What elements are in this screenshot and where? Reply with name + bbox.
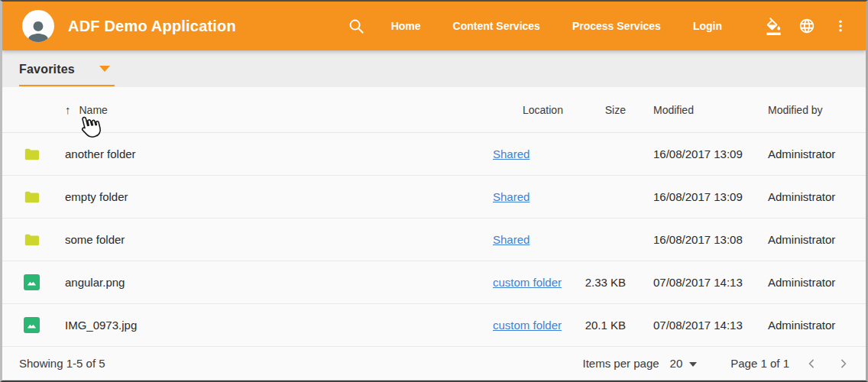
folder-icon bbox=[24, 189, 40, 206]
nav-login[interactable]: Login bbox=[693, 20, 722, 32]
column-header-size[interactable]: Size bbox=[576, 104, 641, 116]
modified-by: Administrator bbox=[756, 233, 847, 246]
table-row[interactable]: IMG_0973.jpg custom folder 20.1 KB 07/08… bbox=[2, 304, 866, 347]
chevron-down-icon bbox=[689, 362, 697, 367]
file-size: 20.1 KB bbox=[576, 319, 641, 332]
nav-home[interactable]: Home bbox=[391, 20, 421, 32]
location-link[interactable]: Shared bbox=[493, 190, 530, 203]
file-size: 2.33 KB bbox=[576, 276, 641, 289]
file-name[interactable]: angular.png bbox=[65, 276, 488, 289]
location-link[interactable]: custom folder bbox=[493, 319, 562, 332]
nav-process-services[interactable]: Process Services bbox=[572, 20, 661, 32]
page-indicator: Page 1 of 1 bbox=[730, 357, 789, 370]
modified-by: Administrator bbox=[756, 190, 847, 203]
image-icon bbox=[24, 274, 40, 290]
modified-date: 07/08/2017 14:13 bbox=[641, 276, 756, 289]
tab-favorites-label: Favorites bbox=[19, 63, 75, 76]
document-list: ↑ Name Location Size Modified Modified b… bbox=[2, 87, 866, 380]
appbar-actions: Home Content Services Process Services L… bbox=[347, 16, 850, 36]
nav-content-services[interactable]: Content Services bbox=[453, 20, 540, 32]
items-per-page-value: 20 bbox=[670, 357, 683, 370]
folder-icon bbox=[24, 146, 40, 163]
chevron-down-icon bbox=[99, 66, 110, 72]
file-name[interactable]: some folder bbox=[65, 233, 488, 246]
language-globe-icon[interactable] bbox=[797, 16, 817, 36]
table-row[interactable]: another folder Shared 16/08/2017 13:09 A… bbox=[2, 133, 866, 176]
file-name[interactable]: IMG_0973.jpg bbox=[65, 319, 488, 332]
sort-ascending-arrow-icon[interactable]: ↑ bbox=[65, 103, 71, 116]
items-per-page-label: Items per page bbox=[583, 357, 659, 370]
image-icon bbox=[24, 317, 40, 333]
column-header-name[interactable]: ↑ Name bbox=[65, 103, 488, 116]
file-name[interactable]: another folder bbox=[65, 147, 488, 160]
modified-by: Administrator bbox=[756, 147, 847, 160]
column-header-location[interactable]: Location bbox=[488, 104, 576, 116]
more-vertical-icon[interactable] bbox=[831, 16, 850, 36]
modified-date: 07/08/2017 14:13 bbox=[641, 319, 756, 332]
modified-date: 16/08/2017 13:09 bbox=[641, 190, 756, 203]
paginator: Items per page 20 Page 1 of 1 bbox=[583, 354, 853, 374]
modified-date: 16/08/2017 13:09 bbox=[641, 147, 756, 160]
app-title: ADF Demo Application bbox=[68, 18, 236, 35]
items-per-page-select[interactable]: 20 bbox=[670, 357, 698, 370]
chevron-left-icon[interactable] bbox=[802, 354, 821, 374]
showing-count: Showing 1-5 of 5 bbox=[19, 357, 105, 370]
table-row[interactable]: some folder Shared 16/08/2017 13:08 Admi… bbox=[2, 219, 866, 261]
chevron-right-icon[interactable] bbox=[834, 354, 853, 374]
column-header-modified-by[interactable]: Modified by bbox=[756, 104, 847, 116]
search-icon[interactable] bbox=[347, 16, 367, 36]
table-row[interactable]: empty folder Shared 16/08/2017 13:09 Adm… bbox=[2, 176, 866, 219]
app-window: ADF Demo Application Home Content Servic… bbox=[0, 0, 868, 382]
folder-icon bbox=[24, 231, 40, 248]
view-tab-bar: Favorites bbox=[2, 50, 866, 87]
table-footer: Showing 1-5 of 5 Items per page 20 Page … bbox=[2, 347, 866, 380]
modified-by: Administrator bbox=[756, 319, 847, 332]
color-fill-icon[interactable] bbox=[763, 16, 783, 36]
appbar-tool-icons bbox=[750, 16, 850, 36]
location-link[interactable]: Shared bbox=[493, 147, 530, 160]
table-header-row: ↑ Name Location Size Modified Modified b… bbox=[2, 87, 866, 133]
modified-by: Administrator bbox=[756, 276, 847, 289]
table-row[interactable]: angular.png custom folder 2.33 KB 07/08/… bbox=[2, 261, 866, 304]
modified-date: 16/08/2017 13:08 bbox=[641, 233, 756, 246]
app-header: ADF Demo Application Home Content Servic… bbox=[2, 2, 866, 50]
tab-favorites[interactable]: Favorites bbox=[19, 63, 115, 86]
file-name[interactable]: empty folder bbox=[65, 190, 488, 203]
location-link[interactable]: custom folder bbox=[493, 276, 562, 289]
location-link[interactable]: Shared bbox=[493, 233, 530, 246]
user-avatar-icon[interactable] bbox=[22, 10, 54, 42]
column-header-modified[interactable]: Modified bbox=[641, 104, 756, 116]
column-header-name-label: Name bbox=[79, 104, 108, 116]
